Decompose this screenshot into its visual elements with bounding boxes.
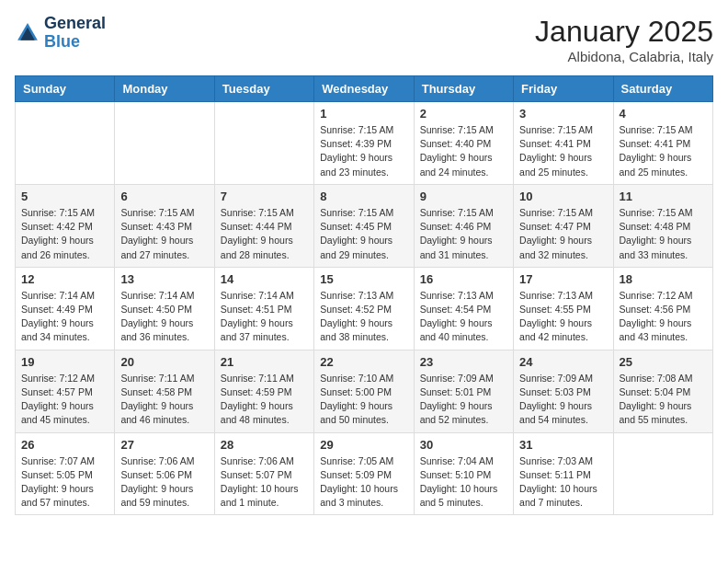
page-header: GeneralBlue January 2025 Albidona, Calab… <box>15 15 713 64</box>
day-number: 13 <box>120 272 208 286</box>
day-number: 5 <box>21 190 108 203</box>
day-number: 28 <box>221 438 308 452</box>
day-number: 1 <box>320 107 407 121</box>
day-cell: 20Sunrise: 7:11 AM Sunset: 4:58 PM Dayli… <box>115 350 214 432</box>
day-number: 19 <box>21 355 108 369</box>
logo: GeneralBlue <box>15 15 106 52</box>
day-cell: 10Sunrise: 7:15 AM Sunset: 4:47 PM Dayli… <box>514 184 613 267</box>
week-row-2: 5Sunrise: 7:15 AM Sunset: 4:42 PM Daylig… <box>16 184 713 267</box>
day-cell: 21Sunrise: 7:11 AM Sunset: 4:59 PM Dayli… <box>214 350 313 432</box>
day-detail: Sunrise: 7:15 AM Sunset: 4:43 PM Dayligh… <box>120 206 208 262</box>
day-number: 9 <box>420 190 507 203</box>
day-number: 25 <box>620 355 707 369</box>
day-detail: Sunrise: 7:14 AM Sunset: 4:49 PM Dayligh… <box>21 289 108 345</box>
day-cell: 2Sunrise: 7:15 AM Sunset: 4:40 PM Daylig… <box>414 102 513 185</box>
day-number: 27 <box>120 438 208 452</box>
day-cell: 27Sunrise: 7:06 AM Sunset: 5:06 PM Dayli… <box>115 432 214 515</box>
calendar-table: SundayMondayTuesdayWednesdayThursdayFrid… <box>15 75 713 515</box>
day-cell: 5Sunrise: 7:15 AM Sunset: 4:42 PM Daylig… <box>16 184 115 267</box>
day-cell: 13Sunrise: 7:14 AM Sunset: 4:50 PM Dayli… <box>115 267 214 350</box>
day-detail: Sunrise: 7:04 AM Sunset: 5:10 PM Dayligh… <box>420 454 507 511</box>
day-detail: Sunrise: 7:06 AM Sunset: 5:07 PM Dayligh… <box>221 454 308 511</box>
day-detail: Sunrise: 7:12 AM Sunset: 4:57 PM Dayligh… <box>21 372 108 428</box>
day-detail: Sunrise: 7:08 AM Sunset: 5:04 PM Dayligh… <box>620 372 707 428</box>
title-block: January 2025 Albidona, Calabria, Italy <box>535 15 713 64</box>
weekday-header-saturday: Saturday <box>613 76 712 102</box>
weekday-header-wednesday: Wednesday <box>314 76 414 102</box>
day-cell: 8Sunrise: 7:15 AM Sunset: 4:45 PM Daylig… <box>314 184 414 267</box>
week-row-3: 12Sunrise: 7:14 AM Sunset: 4:49 PM Dayli… <box>16 267 713 350</box>
day-cell: 11Sunrise: 7:15 AM Sunset: 4:48 PM Dayli… <box>613 184 712 267</box>
day-number: 11 <box>620 190 707 203</box>
day-number: 6 <box>120 190 208 203</box>
day-cell: 18Sunrise: 7:12 AM Sunset: 4:56 PM Dayli… <box>613 267 712 350</box>
day-number: 26 <box>21 438 108 452</box>
day-cell: 7Sunrise: 7:15 AM Sunset: 4:44 PM Daylig… <box>214 184 313 267</box>
day-detail: Sunrise: 7:15 AM Sunset: 4:48 PM Dayligh… <box>620 206 707 262</box>
location: Albidona, Calabria, Italy <box>535 49 713 64</box>
weekday-header-thursday: Thursday <box>414 76 513 102</box>
day-detail: Sunrise: 7:15 AM Sunset: 4:44 PM Dayligh… <box>221 206 308 262</box>
day-cell: 12Sunrise: 7:14 AM Sunset: 4:49 PM Dayli… <box>16 267 115 350</box>
day-number: 2 <box>420 107 507 121</box>
day-detail: Sunrise: 7:10 AM Sunset: 5:00 PM Dayligh… <box>320 372 407 428</box>
day-detail: Sunrise: 7:15 AM Sunset: 4:41 PM Dayligh… <box>519 123 607 179</box>
logo-text: GeneralBlue <box>44 15 106 52</box>
week-row-4: 19Sunrise: 7:12 AM Sunset: 4:57 PM Dayli… <box>16 350 713 432</box>
day-cell: 30Sunrise: 7:04 AM Sunset: 5:10 PM Dayli… <box>414 432 513 515</box>
day-detail: Sunrise: 7:11 AM Sunset: 4:58 PM Dayligh… <box>120 372 208 428</box>
day-detail: Sunrise: 7:15 AM Sunset: 4:40 PM Dayligh… <box>420 123 507 179</box>
day-number: 15 <box>320 272 407 286</box>
day-cell: 22Sunrise: 7:10 AM Sunset: 5:00 PM Dayli… <box>314 350 414 432</box>
day-cell: 23Sunrise: 7:09 AM Sunset: 5:01 PM Dayli… <box>414 350 513 432</box>
day-cell: 6Sunrise: 7:15 AM Sunset: 4:43 PM Daylig… <box>115 184 214 267</box>
day-detail: Sunrise: 7:09 AM Sunset: 5:03 PM Dayligh… <box>519 372 607 428</box>
day-number: 30 <box>420 438 507 452</box>
day-detail: Sunrise: 7:15 AM Sunset: 4:47 PM Dayligh… <box>519 206 607 262</box>
day-detail: Sunrise: 7:15 AM Sunset: 4:46 PM Dayligh… <box>420 206 507 262</box>
day-cell: 1Sunrise: 7:15 AM Sunset: 4:39 PM Daylig… <box>314 102 414 185</box>
day-cell <box>613 432 712 515</box>
day-cell: 9Sunrise: 7:15 AM Sunset: 4:46 PM Daylig… <box>414 184 513 267</box>
day-cell <box>214 102 313 185</box>
day-detail: Sunrise: 7:09 AM Sunset: 5:01 PM Dayligh… <box>420 372 507 428</box>
day-cell: 28Sunrise: 7:06 AM Sunset: 5:07 PM Dayli… <box>214 432 313 515</box>
day-number: 4 <box>620 107 707 121</box>
day-cell: 26Sunrise: 7:07 AM Sunset: 5:05 PM Dayli… <box>16 432 115 515</box>
day-detail: Sunrise: 7:13 AM Sunset: 4:54 PM Dayligh… <box>420 289 507 345</box>
day-detail: Sunrise: 7:14 AM Sunset: 4:50 PM Dayligh… <box>120 289 208 345</box>
day-number: 29 <box>320 438 407 452</box>
day-cell: 24Sunrise: 7:09 AM Sunset: 5:03 PM Dayli… <box>514 350 613 432</box>
day-detail: Sunrise: 7:12 AM Sunset: 4:56 PM Dayligh… <box>620 289 707 345</box>
week-row-5: 26Sunrise: 7:07 AM Sunset: 5:05 PM Dayli… <box>16 432 713 515</box>
weekday-header-row: SundayMondayTuesdayWednesdayThursdayFrid… <box>16 76 713 102</box>
weekday-header-tuesday: Tuesday <box>214 76 313 102</box>
day-number: 10 <box>519 190 607 203</box>
day-number: 22 <box>320 355 407 369</box>
day-detail: Sunrise: 7:07 AM Sunset: 5:05 PM Dayligh… <box>21 454 108 511</box>
day-cell: 4Sunrise: 7:15 AM Sunset: 4:41 PM Daylig… <box>613 102 712 185</box>
day-cell: 25Sunrise: 7:08 AM Sunset: 5:04 PM Dayli… <box>613 350 712 432</box>
week-row-1: 1Sunrise: 7:15 AM Sunset: 4:39 PM Daylig… <box>16 102 713 185</box>
day-detail: Sunrise: 7:15 AM Sunset: 4:39 PM Dayligh… <box>320 123 407 179</box>
weekday-header-monday: Monday <box>115 76 214 102</box>
day-detail: Sunrise: 7:15 AM Sunset: 4:42 PM Dayligh… <box>21 206 108 262</box>
day-cell <box>115 102 214 185</box>
day-detail: Sunrise: 7:15 AM Sunset: 4:41 PM Dayligh… <box>620 123 707 179</box>
day-number: 18 <box>620 272 707 286</box>
weekday-header-friday: Friday <box>514 76 613 102</box>
day-detail: Sunrise: 7:14 AM Sunset: 4:51 PM Dayligh… <box>221 289 308 345</box>
day-detail: Sunrise: 7:13 AM Sunset: 4:52 PM Dayligh… <box>320 289 407 345</box>
day-number: 23 <box>420 355 507 369</box>
logo-icon <box>15 20 40 46</box>
day-cell: 19Sunrise: 7:12 AM Sunset: 4:57 PM Dayli… <box>16 350 115 432</box>
day-number: 20 <box>120 355 208 369</box>
day-detail: Sunrise: 7:05 AM Sunset: 5:09 PM Dayligh… <box>320 454 407 511</box>
day-cell: 17Sunrise: 7:13 AM Sunset: 4:55 PM Dayli… <box>514 267 613 350</box>
day-number: 14 <box>221 272 308 286</box>
day-number: 3 <box>519 107 607 121</box>
month-title: January 2025 <box>535 15 713 49</box>
day-detail: Sunrise: 7:15 AM Sunset: 4:45 PM Dayligh… <box>320 206 407 262</box>
day-detail: Sunrise: 7:13 AM Sunset: 4:55 PM Dayligh… <box>519 289 607 345</box>
day-number: 24 <box>519 355 607 369</box>
